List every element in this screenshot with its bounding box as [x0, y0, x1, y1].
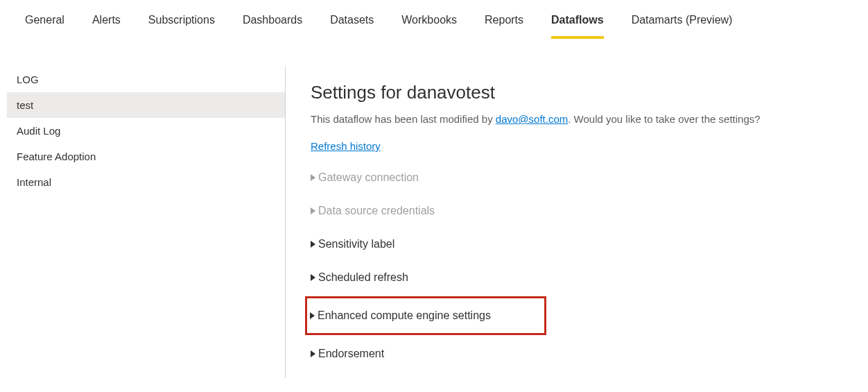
sidebar-item-feature-adoption[interactable]: Feature Adoption — [7, 144, 285, 169]
tab-dataflows[interactable]: Dataflows — [551, 14, 604, 39]
highlight-box: Enhanced compute engine settings — [305, 296, 546, 335]
caret-right-icon — [311, 207, 315, 214]
caret-right-icon — [311, 350, 315, 357]
section-label: Sensitivity label — [318, 238, 394, 250]
sidebar-item-test[interactable]: test — [7, 92, 285, 118]
sidebar-item-internal[interactable]: Internal — [7, 169, 285, 195]
caret-right-icon — [311, 274, 315, 281]
tab-subscriptions[interactable]: Subscriptions — [148, 14, 215, 39]
tab-workbooks[interactable]: Workbooks — [401, 14, 457, 39]
section-label: Data source credentials — [318, 205, 435, 217]
sidebar-item-log[interactable]: LOG — [7, 67, 285, 92]
section-label: Enhanced compute engine settings — [318, 309, 491, 322]
tab-alerts[interactable]: Alerts — [92, 14, 121, 39]
sidebar-item-audit-log[interactable]: Audit Log — [7, 118, 285, 144]
section-data-source-credentials[interactable]: Data source credentials — [311, 202, 849, 220]
section-sensitivity-label[interactable]: Sensitivity label — [311, 235, 849, 253]
subtitle-before: This dataflow has been last modified by — [311, 113, 496, 125]
tab-datamarts[interactable]: Datamarts (Preview) — [632, 14, 733, 39]
caret-right-icon — [311, 174, 315, 181]
section-label: Scheduled refresh — [318, 271, 408, 284]
refresh-history-link[interactable]: Refresh history — [311, 140, 381, 152]
owner-email-link[interactable]: davo@soft.com — [496, 113, 568, 125]
tab-datasets[interactable]: Datasets — [330, 14, 374, 39]
tab-general[interactable]: General — [25, 14, 64, 39]
sidebar: LOG test Audit Log Feature Adoption Inte… — [0, 67, 286, 378]
section-label: Endorsement — [318, 348, 384, 360]
main-panel: Settings for danavotest This dataflow ha… — [286, 67, 868, 378]
page-title: Settings for danavotest — [311, 82, 849, 103]
section-scheduled-refresh[interactable]: Scheduled refresh — [311, 269, 849, 287]
top-tabs: General Alerts Subscriptions Dashboards … — [0, 0, 868, 39]
section-enhanced-compute-engine[interactable]: Enhanced compute engine settings — [307, 307, 541, 325]
tab-reports[interactable]: Reports — [485, 14, 523, 39]
subtitle: This dataflow has been last modified by … — [311, 113, 849, 125]
subtitle-after: . Would you like to take over the settin… — [568, 113, 760, 125]
section-label: Gateway connection — [318, 171, 419, 184]
caret-right-icon — [311, 241, 315, 248]
section-endorsement[interactable]: Endorsement — [311, 345, 849, 363]
section-gateway-connection[interactable]: Gateway connection — [311, 169, 849, 187]
tab-dashboards[interactable]: Dashboards — [243, 14, 302, 39]
content-area: LOG test Audit Log Feature Adoption Inte… — [0, 67, 868, 378]
caret-right-icon — [310, 312, 315, 319]
